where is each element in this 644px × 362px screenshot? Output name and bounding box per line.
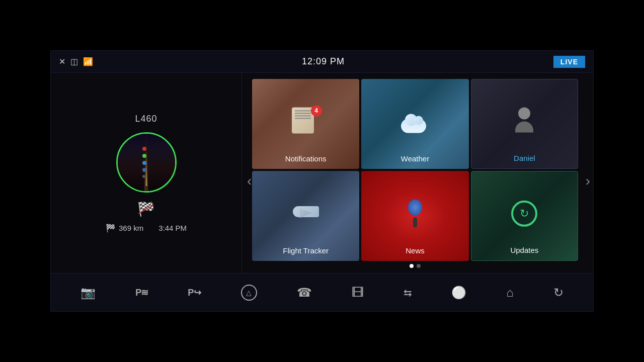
main-content: L460 🏁 🏁 369 km 3:44 PM bbox=[51, 73, 593, 273]
tile-flight-tracker[interactable]: Flight Tracker bbox=[252, 171, 359, 261]
settings-button[interactable]: ⚪ bbox=[446, 283, 471, 303]
status-icons: ✕ ◫ 📶 bbox=[59, 57, 93, 66]
news-label: News bbox=[406, 246, 425, 255]
status-dot-green bbox=[142, 154, 146, 158]
tile-daniel[interactable]: Daniel bbox=[471, 79, 578, 169]
distance-value: 369 km bbox=[119, 224, 143, 232]
updates-icon: ↻ bbox=[511, 200, 537, 226]
home-icon: ⌂ bbox=[506, 286, 514, 300]
live-badge: LIVE bbox=[553, 56, 585, 68]
film-icon: 🎞 bbox=[352, 286, 364, 300]
status-dots bbox=[142, 147, 146, 178]
media-icon: ◫ bbox=[70, 57, 78, 66]
status-dot-red bbox=[142, 147, 146, 151]
route-icon: P↪ bbox=[188, 287, 201, 298]
tile-weather[interactable]: Weather bbox=[361, 79, 468, 169]
status-dot-blue2 bbox=[142, 168, 146, 172]
phone-icon: ☎ bbox=[297, 286, 312, 300]
avatar-head bbox=[518, 107, 530, 119]
wifi-icon: 📶 bbox=[83, 57, 93, 66]
cloud-icon bbox=[401, 119, 426, 133]
weather-label: Weather bbox=[401, 154, 429, 163]
top-bar: ✕ ◫ 📶 12:09 PM LIVE bbox=[51, 51, 593, 73]
vehicle-name: L460 bbox=[135, 114, 157, 124]
parking-icon: P≋ bbox=[135, 287, 148, 298]
flight-tracker-label: Flight Tracker bbox=[283, 246, 329, 255]
map-view bbox=[116, 132, 177, 193]
eta-value: 3:44 PM bbox=[158, 224, 187, 232]
chevron-right-button[interactable]: › bbox=[586, 173, 590, 189]
refresh-icon: ↻ bbox=[520, 207, 529, 220]
weather-icon bbox=[401, 111, 429, 133]
parking-button[interactable]: P≋ bbox=[130, 284, 153, 301]
camera-button[interactable]: 📷 bbox=[75, 283, 101, 303]
compass-icon: △ bbox=[241, 285, 257, 301]
status-dot-small bbox=[142, 175, 145, 178]
page-dot-1 bbox=[410, 264, 414, 268]
grid-area: 4 Notifications Weather bbox=[242, 73, 593, 273]
media-button[interactable]: 🎞 bbox=[347, 283, 369, 303]
notifications-icon: 4 bbox=[292, 107, 320, 135]
news-icon bbox=[404, 199, 426, 227]
daniel-avatar bbox=[512, 107, 537, 135]
chevron-left-button[interactable]: ‹ bbox=[247, 173, 252, 189]
navigation-button[interactable]: △ bbox=[236, 282, 262, 304]
tile-news[interactable]: News bbox=[361, 171, 468, 261]
tile-updates[interactable]: ↻ Updates bbox=[471, 171, 578, 261]
back-button[interactable]: ↻ bbox=[548, 283, 569, 303]
back-icon: ↻ bbox=[553, 286, 564, 300]
road-visual bbox=[118, 134, 175, 191]
updates-label: Updates bbox=[510, 246, 538, 254]
daniel-label: Daniel bbox=[514, 154, 535, 162]
main-screen: ✕ ◫ 📶 12:09 PM LIVE L460 � bbox=[50, 50, 594, 312]
close-icon: ✕ bbox=[59, 57, 65, 66]
car-settings-icon: ⇆︎ bbox=[404, 287, 412, 299]
nav-info: 🏁 369 km 3:44 PM bbox=[106, 223, 187, 233]
phone-button[interactable]: ☎ bbox=[292, 283, 317, 303]
microphone-handle bbox=[413, 217, 417, 227]
avatar-body bbox=[515, 121, 533, 132]
pagination-dots bbox=[252, 261, 578, 269]
home-button[interactable]: ⌂ bbox=[501, 283, 519, 303]
car-settings-button[interactable]: ⇆︎ bbox=[398, 284, 417, 302]
status-dot-blue bbox=[142, 161, 146, 165]
route-button[interactable]: P↪ bbox=[183, 284, 206, 301]
microphone-body bbox=[408, 199, 422, 215]
tile-notifications[interactable]: 4 Notifications bbox=[252, 79, 359, 169]
page-dot-2 bbox=[417, 264, 421, 268]
notification-badge: 4 bbox=[311, 105, 322, 116]
left-panel: L460 🏁 🏁 369 km 3:44 PM bbox=[51, 73, 242, 273]
bottom-bar: 📷 P≋ P↪ △ ☎ 🎞 ⇆︎ ⚪ ⌂ ↻ bbox=[51, 273, 593, 311]
clock-display: 12:09 PM bbox=[302, 56, 345, 67]
notifications-label: Notifications bbox=[285, 154, 327, 163]
gear-icon: ⚪ bbox=[451, 286, 466, 300]
flight-icon bbox=[291, 201, 321, 226]
nav-distance: 🏁 369 km bbox=[106, 223, 143, 233]
camera-icon: 📷 bbox=[80, 286, 96, 300]
no-flag-icon: 🏁 bbox=[137, 201, 155, 217]
app-grid: 4 Notifications Weather bbox=[252, 79, 578, 261]
